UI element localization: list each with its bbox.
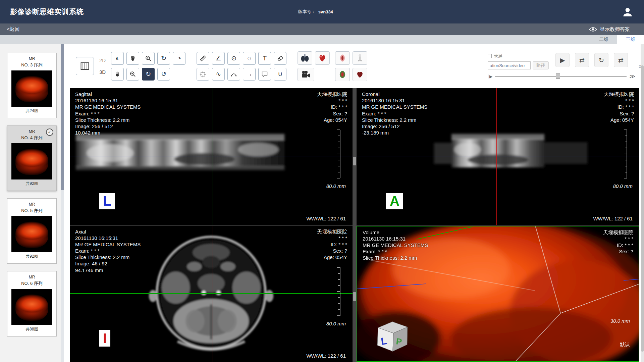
zoom-3d-button[interactable] [126, 68, 139, 81]
page-scrollbar-thumb[interactable] [641, 65, 644, 352]
divider-drag-handle[interactable] [353, 292, 356, 301]
viewport-axial[interactable]: Axial 20161130 16:15:31 MR GE MEDICAL SY… [70, 226, 353, 362]
window-level-2d-button[interactable]: ◐ [111, 52, 124, 65]
swap-icon: ⇄ [579, 56, 585, 64]
crosshair-tool-button[interactable] [197, 68, 209, 81]
record-label: 录屏 [494, 53, 502, 59]
replay-button[interactable]: ↻ [594, 53, 608, 67]
zoom-2d-button[interactable] [142, 52, 155, 65]
series-image-count: 共24图 [7, 108, 56, 114]
preset-throat-button[interactable] [335, 51, 350, 65]
series-sidebar: MR NO. 3 序列 共24图 ✓ MR NO. 4 序列 共92图 MR N… [0, 44, 64, 362]
curve-tool-button[interactable]: ∿ [212, 68, 225, 81]
series-card-5[interactable]: MR NO. 5 序列 共92图 [7, 198, 57, 264]
window-level-value: WW/WL: 122 / 61 [306, 353, 346, 359]
viewport-coronal[interactable]: Coronal 20161130 16:15:31 MR GE MEDICAL … [357, 88, 639, 225]
label-2d: 2D [99, 57, 106, 63]
comment-tool-button[interactable] [258, 68, 271, 81]
slider-track[interactable] [495, 76, 627, 77]
show-teacher-answer-button[interactable]: 显示教师答案 [589, 26, 637, 33]
vp-device: MR GE MEDICAL SYSTEMS [363, 242, 428, 248]
angle-tool-button[interactable]: ∠ [212, 52, 225, 65]
contrast-2d-button[interactable]: ◔ [173, 52, 185, 65]
preset-heart-dark-button[interactable] [353, 68, 367, 81]
page-scrollbar[interactable] [641, 44, 644, 362]
crosshair-horizontal-line[interactable] [357, 156, 639, 156]
protractor-tool-button[interactable]: ∪ [274, 68, 286, 81]
vp-datetime: 20161130 16:15:31 [363, 236, 428, 242]
pan-2d-button[interactable] [126, 52, 139, 65]
ruler-tool-button[interactable] [197, 52, 209, 65]
user-avatar-icon[interactable] [621, 5, 634, 18]
vp-stars: * * * [317, 97, 347, 104]
eraser-button[interactable] [274, 52, 286, 65]
sidebar-scrollbar[interactable] [61, 44, 64, 362]
viewport-volume-3d[interactable]: L P Volume 20161130 16:15:31 MR GE MEDIC… [357, 226, 639, 362]
rotate-icon: ↻ [161, 54, 166, 62]
vp-thickness: Slice Thickness: 2.2 mm [75, 117, 141, 123]
scale-value: 80.0 mm [326, 183, 346, 189]
pan-3d-button[interactable] [111, 68, 124, 81]
vp-exam: Exam: * * * [363, 248, 428, 255]
play-button[interactable]: ▶ [555, 53, 570, 67]
rotate-3d-button[interactable]: ↻ [142, 68, 155, 81]
preset-heart-button[interactable] [315, 51, 330, 65]
vp-name: Volume [363, 229, 428, 236]
dimension-labels: 2D 3D [99, 57, 106, 75]
crosshair-vertical-line[interactable] [213, 88, 213, 225]
vp-datetime: 20161130 16:15:31 [75, 97, 141, 104]
vp-device: MR GE MEDICAL SYSTEMS [75, 241, 141, 248]
viewport-sagittal[interactable]: Sagittal 20161130 16:15:31 MR GE MEDICAL… [70, 88, 353, 225]
series-card-3[interactable]: MR NO. 3 序列 共24图 [7, 53, 57, 118]
toolbar-separator [292, 52, 292, 80]
bounce-button[interactable]: ⇄ [614, 53, 628, 67]
crosshair-vertical-line[interactable] [213, 226, 213, 362]
dotted-circle-roi-button[interactable]: ◌ [243, 52, 256, 65]
preset-bone-button[interactable] [353, 51, 367, 65]
record-camera-button[interactable] [298, 68, 314, 81]
text-annotation-button[interactable]: T [258, 52, 271, 65]
record-path-input[interactable] [488, 61, 531, 69]
series-card-6[interactable]: MR NO. 6 序列 共88图 [7, 271, 57, 337]
app-title: 影像诊断思维实训系统 [10, 7, 84, 16]
slider-handle[interactable] [556, 73, 560, 79]
series-card-4[interactable]: ✓ MR NO. 4 序列 共92图 [7, 125, 57, 191]
vp-position: -23.189 mm [362, 130, 427, 136]
layout-button[interactable] [76, 57, 94, 75]
preset-anatomy-button[interactable] [335, 68, 350, 81]
vp-hospital: 天堰模拟医院 [603, 229, 633, 236]
arrow-annotation-button[interactable]: → [243, 68, 256, 81]
viewer-vertical-divider[interactable] [353, 88, 357, 362]
vp-exam: Exam: * * * [362, 110, 427, 117]
thumbnail-volume-blob [15, 294, 48, 321]
angle-icon: ∠ [216, 54, 221, 62]
series-name: NO. 5 序列 [7, 208, 56, 214]
circle-roi-button[interactable]: ⊙ [227, 52, 240, 65]
vp-age: Age: 054Y [604, 117, 634, 123]
preset-lung-button[interactable] [298, 51, 312, 65]
record-toggle[interactable]: 录屏 [488, 53, 549, 59]
crosshair-vertical-line[interactable] [496, 88, 497, 225]
version-info: 版本号： svn334 [298, 9, 333, 15]
back-button[interactable]: <返回 [7, 26, 20, 33]
spline-tool-button[interactable] [227, 68, 240, 81]
loop-button[interactable]: ⇄ [575, 53, 589, 67]
crosshair-horizontal-line[interactable] [70, 156, 353, 156]
rotate-2d-button[interactable]: ↻ [157, 52, 170, 65]
selected-check-icon: ✓ [46, 128, 53, 136]
reset-rotate-3d-button[interactable]: ↺ [157, 68, 170, 81]
divider-drag-handle[interactable] [353, 157, 356, 165]
sidebar-scrollbar-thumb[interactable] [61, 44, 64, 190]
dotted-circle-icon: ◌ [248, 55, 251, 62]
record-path-button[interactable]: 路径 [533, 61, 549, 69]
axial-meta-left: Axial 20161130 16:15:31 MR GE MEDICAL SY… [75, 228, 141, 273]
series-thumbnail [11, 216, 52, 252]
tab-3d[interactable]: 三维 [617, 35, 644, 44]
scale-ruler [336, 130, 341, 178]
scale-value: 80.0 mm [326, 321, 346, 326]
series-image-count: 共92图 [7, 254, 56, 259]
cube-back-label: P [395, 336, 402, 347]
crosshair-horizontal-line[interactable] [70, 293, 353, 294]
record-checkbox[interactable] [488, 54, 492, 58]
tab-2d[interactable]: 二维 [590, 35, 617, 44]
